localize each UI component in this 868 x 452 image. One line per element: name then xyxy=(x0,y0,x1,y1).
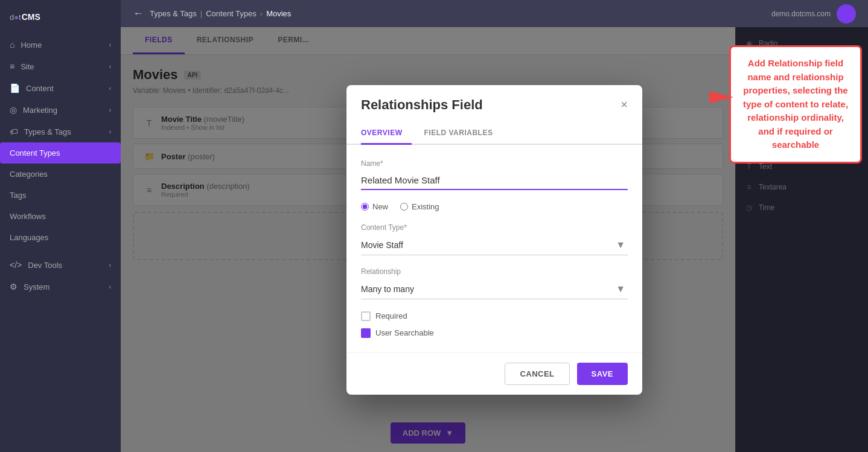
sidebar-item-label: Categories xyxy=(10,170,48,179)
radio-existing[interactable]: Existing xyxy=(400,202,439,211)
sidebar-item-label: Content xyxy=(26,84,54,93)
sidebar-item-label: Languages xyxy=(10,233,48,242)
name-label: Name* xyxy=(361,159,628,168)
types-tags-icon: 🏷 xyxy=(10,127,18,136)
chevron-right-icon: ‹ xyxy=(109,284,111,290)
modal-footer: CANCEL SAVE xyxy=(346,352,642,395)
modal-header: Relationships Field × xyxy=(346,85,642,113)
checkbox-user-searchable[interactable]: User Searchable xyxy=(361,328,628,338)
breadcrumb-types-tags: Types & Tags xyxy=(150,9,197,18)
user-avatar xyxy=(837,4,856,24)
sidebar-item-types-tags[interactable]: 🏷 Types & Tags ‹ xyxy=(0,121,121,142)
sidebar-item-content[interactable]: 📄 Content ‹ xyxy=(0,77,121,99)
content-icon: 📄 xyxy=(10,83,20,93)
back-button[interactable]: ← xyxy=(133,7,144,20)
relationship-group: Relationship One to one One to many Many… xyxy=(361,267,628,299)
logo: d●tCMS xyxy=(0,6,121,34)
sidebar-item-label: Marketing xyxy=(23,106,57,115)
sidebar-item-tags[interactable]: Tags xyxy=(0,185,121,206)
radio-group: New Existing xyxy=(361,202,628,211)
sidebar-item-workflows[interactable]: Workflows xyxy=(0,206,121,227)
modal-close-button[interactable]: × xyxy=(621,98,628,112)
tooltip-arrow xyxy=(709,91,733,106)
main-content: ← Types & Tags | Content Types › Movies … xyxy=(121,0,868,452)
relationship-select-wrapper: One to one One to many Many to one Many … xyxy=(361,279,628,299)
content-type-select[interactable]: Movie Staff Movies Employee xyxy=(361,235,628,255)
modal-body: Name* New Existing xyxy=(346,145,642,352)
domain-label: demo.dotcms.com xyxy=(771,10,831,18)
breadcrumb-content-types: Content Types xyxy=(206,9,257,18)
sidebar-item-label: Home xyxy=(21,40,42,49)
checkbox-group: Required User Searchable xyxy=(361,311,628,338)
modal-tab-field-variables[interactable]: FIELD VARIABLES xyxy=(424,123,502,145)
gear-icon: ⚙ xyxy=(10,282,18,291)
sidebar: d●tCMS ⌂ Home ‹ ≡ Site ‹ 📄 Content ‹ ◎ M… xyxy=(0,0,121,452)
breadcrumb-movies: Movies xyxy=(266,9,291,18)
required-checkbox[interactable] xyxy=(361,311,371,321)
name-input[interactable] xyxy=(361,171,628,190)
sidebar-item-label: Dev Tools xyxy=(28,261,62,270)
content-type-group: Content Type* Movie Staff Movies Employe… xyxy=(361,223,628,255)
dev-tools-icon: </> xyxy=(10,260,22,270)
sidebar-item-home[interactable]: ⌂ Home ‹ xyxy=(0,34,121,56)
sidebar-item-label: Types & Tags xyxy=(24,127,71,136)
breadcrumb-sep-2: › xyxy=(260,9,263,18)
tooltip-text: Add Relationship field name and relation… xyxy=(741,57,850,152)
chevron-right-icon: ‹ xyxy=(109,42,111,48)
cancel-button[interactable]: CANCEL xyxy=(505,363,569,385)
relationships-field-modal: Relationships Field × OVERVIEW FIELD VAR… xyxy=(346,85,642,395)
modal-title: Relationships Field xyxy=(361,97,483,113)
user-searchable-checkbox[interactable] xyxy=(361,328,371,338)
chevron-right-icon: ‹ xyxy=(109,85,111,92)
sidebar-item-dev-tools[interactable]: </> Dev Tools ‹ xyxy=(0,254,121,276)
content-type-label: Content Type* xyxy=(361,223,628,232)
chevron-right-icon: ‹ xyxy=(109,129,111,135)
sidebar-item-languages[interactable]: Languages xyxy=(0,227,121,248)
sidebar-item-site[interactable]: ≡ Site ‹ xyxy=(0,56,121,77)
radio-new[interactable]: New xyxy=(361,202,388,211)
modal-tabs: OVERVIEW FIELD VARIABLES xyxy=(346,123,642,145)
sidebar-item-label: Content Types xyxy=(10,148,60,158)
sidebar-item-content-types[interactable]: Content Types xyxy=(0,142,121,164)
relationship-label: Relationship xyxy=(361,267,628,276)
content-type-select-wrapper: Movie Staff Movies Employee ▼ xyxy=(361,235,628,255)
marketing-icon: ◎ xyxy=(10,105,17,115)
name-field-group: Name* xyxy=(361,159,628,190)
home-icon: ⌂ xyxy=(10,40,14,49)
sidebar-item-categories[interactable]: Categories xyxy=(0,164,121,185)
modal-overlay: Add Relationship field name and relation… xyxy=(121,27,868,452)
sidebar-item-label: Site xyxy=(21,62,34,71)
chevron-right-icon: ‹ xyxy=(109,107,111,113)
sidebar-item-marketing[interactable]: ◎ Marketing ‹ xyxy=(0,99,121,121)
relationship-select[interactable]: One to one One to many Many to one Many … xyxy=(361,279,628,299)
radio-new-input[interactable] xyxy=(361,203,369,211)
chevron-right-icon: ‹ xyxy=(109,63,111,70)
modal-tab-overview[interactable]: OVERVIEW xyxy=(361,123,412,145)
sidebar-item-label: Tags xyxy=(10,191,26,200)
topbar: ← Types & Tags | Content Types › Movies … xyxy=(121,0,868,27)
sidebar-item-label: System xyxy=(24,282,49,291)
checkbox-required[interactable]: Required xyxy=(361,311,628,321)
sidebar-item-system[interactable]: ⚙ System ‹ xyxy=(0,276,121,298)
breadcrumb-sep-1: | xyxy=(200,9,202,18)
chevron-right-icon: ‹ xyxy=(109,262,111,269)
sidebar-item-label: Workflows xyxy=(10,212,46,221)
tooltip-box: Add Relationship field name and relation… xyxy=(729,45,862,164)
topbar-right: demo.dotcms.com xyxy=(771,4,856,24)
breadcrumb: Types & Tags | Content Types › Movies xyxy=(150,9,291,18)
radio-existing-input[interactable] xyxy=(400,203,408,211)
save-button[interactable]: SAVE xyxy=(577,363,628,385)
site-icon: ≡ xyxy=(10,62,14,71)
svg-marker-0 xyxy=(709,91,733,103)
